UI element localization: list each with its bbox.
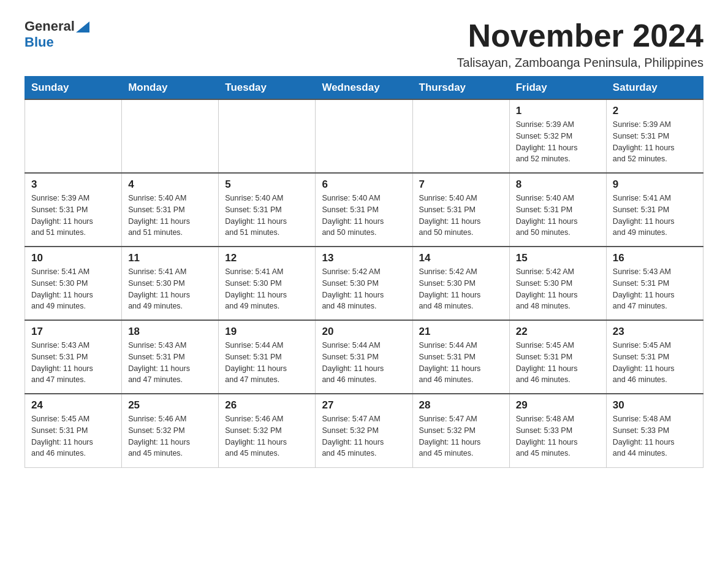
table-row: 13Sunrise: 5:42 AMSunset: 5:30 PMDayligh…: [316, 247, 412, 320]
table-row: 4Sunrise: 5:40 AMSunset: 5:31 PMDaylight…: [122, 173, 219, 247]
day-number: 24: [31, 399, 115, 412]
calendar-table: Sunday Monday Tuesday Wednesday Thursday…: [25, 76, 703, 468]
day-number: 1: [516, 105, 600, 117]
day-info: Sunrise: 5:40 AMSunset: 5:31 PMDaylight:…: [516, 193, 600, 239]
table-row: [25, 99, 122, 173]
weekday-header-row: Sunday Monday Tuesday Wednesday Thursday…: [25, 77, 703, 100]
table-row: 1Sunrise: 5:39 AMSunset: 5:32 PMDaylight…: [509, 99, 606, 173]
table-row: 5Sunrise: 5:40 AMSunset: 5:31 PMDaylight…: [219, 173, 316, 247]
day-info: Sunrise: 5:41 AMSunset: 5:30 PMDaylight:…: [225, 266, 309, 312]
table-row: 16Sunrise: 5:43 AMSunset: 5:31 PMDayligh…: [606, 247, 703, 320]
day-info: Sunrise: 5:44 AMSunset: 5:31 PMDaylight:…: [419, 340, 503, 386]
table-row: 17Sunrise: 5:43 AMSunset: 5:31 PMDayligh…: [25, 320, 122, 394]
day-info: Sunrise: 5:45 AMSunset: 5:31 PMDaylight:…: [31, 413, 115, 459]
day-info: Sunrise: 5:46 AMSunset: 5:32 PMDaylight:…: [225, 413, 309, 459]
day-info: Sunrise: 5:42 AMSunset: 5:30 PMDaylight:…: [322, 266, 406, 312]
day-info: Sunrise: 5:45 AMSunset: 5:31 PMDaylight:…: [516, 340, 600, 386]
day-number: 10: [31, 252, 115, 264]
table-row: 12Sunrise: 5:41 AMSunset: 5:30 PMDayligh…: [219, 247, 316, 320]
day-info: Sunrise: 5:44 AMSunset: 5:31 PMDaylight:…: [322, 340, 406, 386]
day-info: Sunrise: 5:40 AMSunset: 5:31 PMDaylight:…: [225, 193, 309, 239]
day-info: Sunrise: 5:41 AMSunset: 5:30 PMDaylight:…: [128, 266, 212, 312]
calendar-week-row: 17Sunrise: 5:43 AMSunset: 5:31 PMDayligh…: [25, 320, 703, 394]
day-info: Sunrise: 5:48 AMSunset: 5:33 PMDaylight:…: [516, 413, 600, 459]
day-number: 2: [613, 105, 697, 117]
day-number: 14: [419, 252, 503, 264]
table-row: 23Sunrise: 5:45 AMSunset: 5:31 PMDayligh…: [606, 320, 703, 394]
day-info: Sunrise: 5:40 AMSunset: 5:31 PMDaylight:…: [419, 193, 503, 239]
table-row: 19Sunrise: 5:44 AMSunset: 5:31 PMDayligh…: [219, 320, 316, 394]
table-row: [316, 99, 412, 173]
day-number: 28: [419, 399, 503, 412]
table-row: 2Sunrise: 5:39 AMSunset: 5:31 PMDaylight…: [606, 99, 703, 173]
day-info: Sunrise: 5:44 AMSunset: 5:31 PMDaylight:…: [225, 340, 309, 386]
logo: General Blue: [25, 18, 89, 50]
table-row: 11Sunrise: 5:41 AMSunset: 5:30 PMDayligh…: [122, 247, 219, 320]
logo-triangle-icon: [76, 21, 89, 33]
day-info: Sunrise: 5:39 AMSunset: 5:32 PMDaylight:…: [516, 119, 600, 165]
header-thursday: Thursday: [412, 77, 509, 100]
table-row: 6Sunrise: 5:40 AMSunset: 5:31 PMDaylight…: [316, 173, 412, 247]
day-number: 13: [322, 252, 406, 264]
day-info: Sunrise: 5:41 AMSunset: 5:31 PMDaylight:…: [613, 193, 697, 239]
day-info: Sunrise: 5:46 AMSunset: 5:32 PMDaylight:…: [128, 413, 212, 459]
header-friday: Friday: [509, 77, 606, 100]
day-info: Sunrise: 5:40 AMSunset: 5:31 PMDaylight:…: [322, 193, 406, 239]
location-subtitle: Talisayan, Zamboanga Peninsula, Philippi…: [457, 56, 703, 70]
day-number: 25: [128, 399, 212, 412]
table-row: 29Sunrise: 5:48 AMSunset: 5:33 PMDayligh…: [509, 394, 606, 467]
calendar-week-row: 10Sunrise: 5:41 AMSunset: 5:30 PMDayligh…: [25, 247, 703, 320]
day-number: 8: [516, 178, 600, 191]
table-row: 10Sunrise: 5:41 AMSunset: 5:30 PMDayligh…: [25, 247, 122, 320]
table-row: 20Sunrise: 5:44 AMSunset: 5:31 PMDayligh…: [316, 320, 412, 394]
header-monday: Monday: [122, 77, 219, 100]
day-number: 23: [613, 326, 697, 338]
day-info: Sunrise: 5:47 AMSunset: 5:32 PMDaylight:…: [419, 413, 503, 459]
table-row: 7Sunrise: 5:40 AMSunset: 5:31 PMDaylight…: [412, 173, 509, 247]
table-row: [412, 99, 509, 173]
table-row: 30Sunrise: 5:48 AMSunset: 5:33 PMDayligh…: [606, 394, 703, 467]
logo-blue-text: Blue: [25, 34, 54, 50]
day-number: 22: [516, 326, 600, 338]
day-number: 26: [225, 399, 309, 412]
day-number: 3: [31, 178, 115, 191]
svg-marker-0: [76, 21, 89, 33]
header-tuesday: Tuesday: [219, 77, 316, 100]
day-info: Sunrise: 5:43 AMSunset: 5:31 PMDaylight:…: [613, 266, 697, 312]
day-number: 11: [128, 252, 212, 264]
table-row: 3Sunrise: 5:39 AMSunset: 5:31 PMDaylight…: [25, 173, 122, 247]
day-number: 9: [613, 178, 697, 191]
title-area: November 2024 Talisayan, Zamboanga Penin…: [457, 18, 703, 70]
table-row: [122, 99, 219, 173]
day-info: Sunrise: 5:45 AMSunset: 5:31 PMDaylight:…: [613, 340, 697, 386]
calendar-week-row: 1Sunrise: 5:39 AMSunset: 5:32 PMDaylight…: [25, 99, 703, 173]
day-number: 6: [322, 178, 406, 191]
day-info: Sunrise: 5:40 AMSunset: 5:31 PMDaylight:…: [128, 193, 212, 239]
header-saturday: Saturday: [606, 77, 703, 100]
month-title: November 2024: [457, 18, 703, 53]
day-info: Sunrise: 5:42 AMSunset: 5:30 PMDaylight:…: [419, 266, 503, 312]
calendar-week-row: 3Sunrise: 5:39 AMSunset: 5:31 PMDaylight…: [25, 173, 703, 247]
day-number: 27: [322, 399, 406, 412]
day-number: 16: [613, 252, 697, 264]
table-row: 14Sunrise: 5:42 AMSunset: 5:30 PMDayligh…: [412, 247, 509, 320]
table-row: 24Sunrise: 5:45 AMSunset: 5:31 PMDayligh…: [25, 394, 122, 467]
table-row: 21Sunrise: 5:44 AMSunset: 5:31 PMDayligh…: [412, 320, 509, 394]
table-row: 27Sunrise: 5:47 AMSunset: 5:32 PMDayligh…: [316, 394, 412, 467]
header-sunday: Sunday: [25, 77, 122, 100]
day-number: 5: [225, 178, 309, 191]
table-row: [219, 99, 316, 173]
table-row: 8Sunrise: 5:40 AMSunset: 5:31 PMDaylight…: [509, 173, 606, 247]
table-row: 26Sunrise: 5:46 AMSunset: 5:32 PMDayligh…: [219, 394, 316, 467]
day-number: 18: [128, 326, 212, 338]
calendar-week-row: 24Sunrise: 5:45 AMSunset: 5:31 PMDayligh…: [25, 394, 703, 467]
table-row: 25Sunrise: 5:46 AMSunset: 5:32 PMDayligh…: [122, 394, 219, 467]
day-info: Sunrise: 5:42 AMSunset: 5:30 PMDaylight:…: [516, 266, 600, 312]
day-number: 20: [322, 326, 406, 338]
day-number: 19: [225, 326, 309, 338]
day-info: Sunrise: 5:41 AMSunset: 5:30 PMDaylight:…: [31, 266, 115, 312]
table-row: 18Sunrise: 5:43 AMSunset: 5:31 PMDayligh…: [122, 320, 219, 394]
day-info: Sunrise: 5:39 AMSunset: 5:31 PMDaylight:…: [31, 193, 115, 239]
table-row: 15Sunrise: 5:42 AMSunset: 5:30 PMDayligh…: [509, 247, 606, 320]
day-info: Sunrise: 5:48 AMSunset: 5:33 PMDaylight:…: [613, 413, 697, 459]
